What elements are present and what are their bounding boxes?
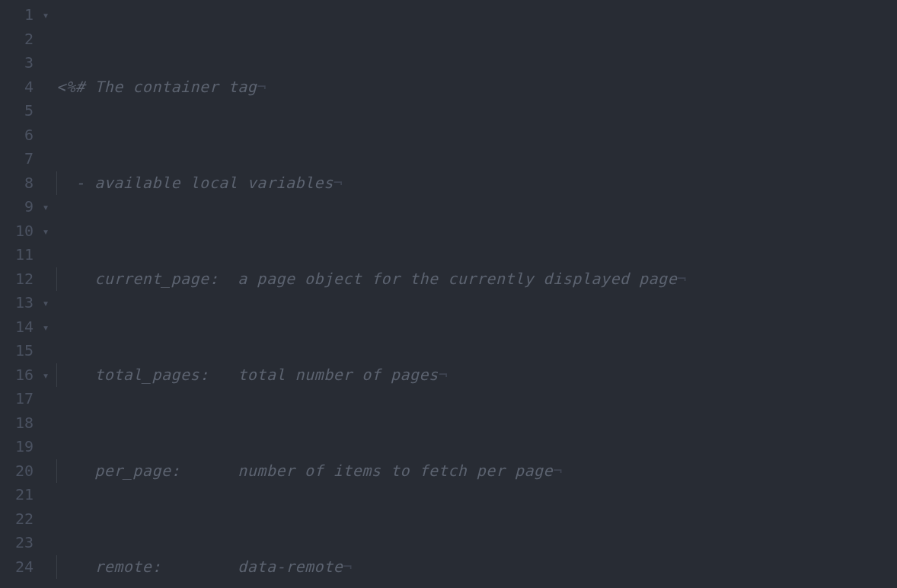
line-number: 8 [0,171,34,196]
line-number: 17 [0,387,34,411]
line-number: 10 [0,219,34,244]
code-line[interactable]: <%# The container tag¬ [56,75,897,100]
code-line[interactable]: per_page: number of items to fetch per p… [56,459,897,484]
line-number: 23 [0,531,34,555]
line-number: 22 [0,507,34,532]
line-number: 11 [0,243,34,267]
code-line[interactable]: - available local variables¬ [56,171,897,196]
line-number: 12 [0,267,34,292]
line-number: 6 [0,123,34,148]
code-editor[interactable]: 1 2 3 4 5 6 7 8 9 10 11 12 13 14 15 16 1… [0,0,897,588]
line-number-gutter: 1 2 3 4 5 6 7 8 9 10 11 12 13 14 15 16 1… [0,0,38,588]
line-number: 4 [0,75,34,100]
line-number: 24 [0,555,34,580]
code-line[interactable]: remote: data-remote¬ [56,555,897,580]
line-number: 19 [0,435,34,459]
line-number: 18 [0,411,34,436]
line-number: 3 [0,51,34,75]
line-number: 21 [0,483,34,507]
line-number: 2 [0,27,34,52]
line-number: 5 [0,99,34,123]
line-number: 1 [0,3,34,27]
code-content[interactable]: <%# The container tag¬ - available local… [38,0,897,588]
line-number: 16 [0,363,34,388]
line-number: 9 [0,195,34,219]
code-line[interactable]: current_page: a page object for the curr… [56,267,897,292]
line-number: 13 [0,291,34,315]
line-number: 7 [0,147,34,171]
code-line[interactable]: total_pages: total number of pages¬ [56,363,897,388]
line-number: 15 [0,339,34,363]
line-number: 14 [0,315,34,340]
line-number: 20 [0,459,34,484]
